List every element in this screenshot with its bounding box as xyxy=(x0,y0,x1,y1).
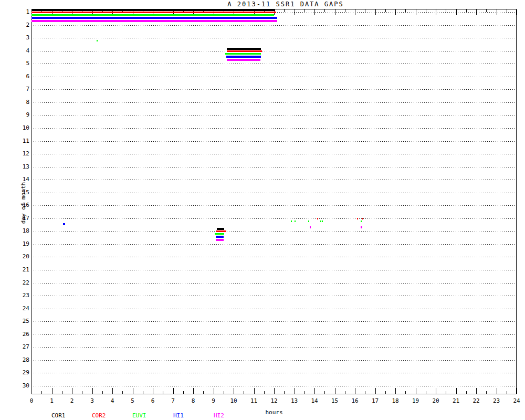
x-minor-tick-bottom xyxy=(426,391,426,394)
x-major-tick-top xyxy=(517,9,517,15)
day-gridline xyxy=(32,386,517,386)
x-tick-label: 10 xyxy=(230,398,237,404)
gap-bar-cor2-day18 xyxy=(216,230,226,232)
y-tick-label: 17 xyxy=(16,215,29,222)
x-major-tick-top xyxy=(436,9,436,15)
x-minor-tick-bottom xyxy=(405,391,406,394)
gap-bar-euvi-day18 xyxy=(215,233,224,235)
day-gridline xyxy=(32,77,517,77)
day-gridline xyxy=(32,296,517,296)
day-gridline xyxy=(32,360,517,361)
x-minor-tick-bottom xyxy=(224,391,224,394)
gap-bar-cor2-day1 xyxy=(32,12,276,13)
x-major-tick-bottom xyxy=(72,388,72,394)
y-tick-label: 3 xyxy=(16,35,29,41)
x-tick-label: 3 xyxy=(90,398,94,404)
gap-bar-cor2-day17 xyxy=(357,218,358,219)
day-gridline xyxy=(32,89,517,90)
x-minor-tick-bottom xyxy=(163,391,163,394)
legend-item-euvi: EUVI xyxy=(132,412,146,419)
x-tick-label: 16 xyxy=(351,398,358,404)
x-minor-tick-bottom xyxy=(41,391,42,394)
day-gridline xyxy=(32,244,517,245)
y-tick-label: 12 xyxy=(16,151,29,157)
day-gridline xyxy=(32,257,517,257)
day-gridline xyxy=(32,270,517,270)
day-gridline xyxy=(32,128,517,129)
x-minor-tick-bottom xyxy=(264,391,265,394)
y-tick-label: 24 xyxy=(16,306,29,312)
day-gridline xyxy=(32,283,517,284)
y-tick-label: 25 xyxy=(16,318,29,324)
day-gridline xyxy=(32,205,517,206)
day-gridline xyxy=(32,218,517,219)
x-tick-label: 23 xyxy=(493,398,500,404)
day-gridline xyxy=(32,154,517,154)
x-major-tick-bottom xyxy=(436,388,436,394)
x-minor-tick-bottom xyxy=(62,391,62,394)
x-minor-tick-bottom xyxy=(446,391,446,394)
x-minor-tick-bottom xyxy=(183,391,184,394)
gap-bar-hi1-day17 xyxy=(63,223,65,225)
gap-bar-cor2-day17 xyxy=(317,218,318,219)
gap-bar-cor1-day4 xyxy=(227,48,261,50)
gap-bar-euvi-day17 xyxy=(295,220,296,222)
x-minor-tick-bottom xyxy=(284,391,285,394)
y-tick-label: 26 xyxy=(16,331,29,338)
gap-bar-euvi-day17 xyxy=(361,220,362,222)
x-minor-tick-bottom xyxy=(82,391,82,394)
y-tick-label: 14 xyxy=(16,176,29,183)
x-minor-tick-bottom xyxy=(385,391,386,394)
x-major-tick-top xyxy=(497,9,497,15)
x-major-tick-top xyxy=(375,9,376,15)
x-major-tick-top xyxy=(395,9,396,15)
x-tick-label: 22 xyxy=(472,398,479,404)
x-minor-tick-top xyxy=(466,9,467,12)
y-tick-label: 29 xyxy=(16,370,29,376)
gap-bar-euvi-day17 xyxy=(308,220,309,222)
y-tick-label: 27 xyxy=(16,344,29,350)
x-tick-label: 12 xyxy=(270,398,277,404)
legend-item-hi1: HI1 xyxy=(173,412,184,419)
x-tick-label: 9 xyxy=(212,398,215,404)
x-major-tick-top xyxy=(355,9,355,15)
x-major-tick-top xyxy=(295,9,295,15)
y-tick-label: 23 xyxy=(16,292,29,299)
gap-bar-cor1-day1 xyxy=(32,9,275,11)
gap-bar-euvi-day17 xyxy=(291,220,292,222)
gap-bar-hi1-day1 xyxy=(32,17,277,19)
x-major-tick-bottom xyxy=(456,388,457,394)
gap-bar-euvi-day4 xyxy=(225,53,261,55)
x-minor-tick-top xyxy=(405,9,406,12)
day-gridline xyxy=(32,347,517,348)
y-tick-label: 11 xyxy=(16,138,29,144)
y-tick-label: 4 xyxy=(16,48,29,54)
x-minor-tick-bottom xyxy=(466,391,467,394)
x-tick-label: 8 xyxy=(192,398,195,404)
x-major-tick-bottom xyxy=(274,388,275,394)
x-tick-label: 13 xyxy=(291,398,298,404)
gap-bar-hi1-day4 xyxy=(226,56,261,58)
x-minor-tick-bottom xyxy=(244,391,244,394)
x-major-tick-bottom xyxy=(173,388,174,394)
x-minor-tick-top xyxy=(324,9,325,12)
y-tick-label: 21 xyxy=(16,267,29,273)
chart-title: A 2013-11 SSR1 DATA GAPS xyxy=(227,1,343,8)
chart-figure: A 2013-11 SSR1 DATA GAPS day of month 12… xyxy=(0,0,525,420)
x-major-tick-top xyxy=(314,9,315,15)
y-tick-label: 15 xyxy=(16,190,29,196)
x-tick-label: 18 xyxy=(392,398,398,404)
y-tick-label: 16 xyxy=(16,202,29,208)
gap-bar-hi2-day4 xyxy=(227,59,260,61)
day-gridline xyxy=(32,321,517,322)
x-tick-label: 21 xyxy=(453,398,459,404)
x-major-tick-bottom xyxy=(416,388,416,394)
x-minor-tick-bottom xyxy=(304,391,305,394)
day-gridline xyxy=(32,141,517,142)
y-tick-label: 7 xyxy=(16,86,29,92)
x-minor-tick-bottom xyxy=(102,391,103,394)
gap-bar-cor1-day18 xyxy=(217,228,224,230)
x-minor-tick-bottom xyxy=(365,391,365,394)
day-gridline xyxy=(32,25,517,26)
x-minor-tick-top xyxy=(365,9,365,12)
